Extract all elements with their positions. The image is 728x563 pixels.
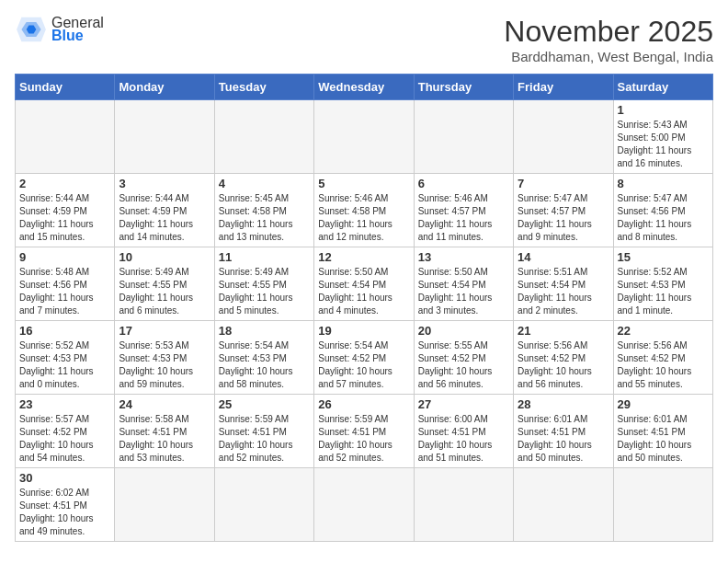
calendar-cell: 14Sunrise: 5:51 AM Sunset: 4:54 PM Dayli…: [514, 247, 613, 321]
calendar-cell: [514, 100, 613, 174]
day-number: 27: [418, 397, 509, 411]
calendar-cell: 24Sunrise: 5:58 AM Sunset: 4:51 PM Dayli…: [115, 395, 214, 468]
weekday-header-friday: Friday: [514, 75, 613, 100]
day-info: Sunrise: 5:45 AM Sunset: 4:58 PM Dayligh…: [219, 192, 310, 244]
day-info: Sunrise: 5:43 AM Sunset: 5:00 PM Dayligh…: [618, 119, 709, 170]
calendar-cell: 10Sunrise: 5:49 AM Sunset: 4:55 PM Dayli…: [115, 247, 214, 321]
logo: General Blue: [15, 15, 104, 44]
day-number: 18: [219, 324, 310, 338]
weekday-header-wednesday: Wednesday: [314, 75, 414, 100]
calendar-cell: [613, 468, 712, 542]
calendar-cell: [115, 100, 214, 174]
day-number: 29: [618, 397, 709, 411]
calendar-cell: [214, 468, 313, 542]
calendar-cell: 19Sunrise: 5:54 AM Sunset: 4:52 PM Dayli…: [314, 321, 414, 395]
logo-text: General Blue: [51, 15, 104, 44]
weekday-header-saturday: Saturday: [613, 75, 712, 100]
calendar-cell: 5Sunrise: 5:46 AM Sunset: 4:58 PM Daylig…: [314, 174, 414, 247]
day-number: 28: [518, 397, 609, 411]
calendar-cell: 1Sunrise: 5:43 AM Sunset: 5:00 PM Daylig…: [613, 100, 712, 174]
calendar-cell: 26Sunrise: 5:59 AM Sunset: 4:51 PM Dayli…: [314, 395, 414, 468]
day-info: Sunrise: 6:02 AM Sunset: 4:51 PM Dayligh…: [19, 487, 110, 538]
day-number: 17: [119, 324, 210, 338]
day-number: 6: [418, 177, 509, 190]
calendar-week-row: 1Sunrise: 5:43 AM Sunset: 5:00 PM Daylig…: [16, 100, 713, 174]
day-info: Sunrise: 5:47 AM Sunset: 4:57 PM Dayligh…: [518, 192, 609, 244]
day-info: Sunrise: 5:58 AM Sunset: 4:51 PM Dayligh…: [119, 413, 210, 465]
calendar-cell: 30Sunrise: 6:02 AM Sunset: 4:51 PM Dayli…: [16, 468, 115, 542]
day-number: 5: [318, 177, 409, 190]
calendar-cell: 23Sunrise: 5:57 AM Sunset: 4:52 PM Dayli…: [16, 395, 115, 468]
calendar-cell: 29Sunrise: 6:01 AM Sunset: 4:51 PM Dayli…: [613, 395, 712, 468]
day-info: Sunrise: 5:53 AM Sunset: 4:53 PM Dayligh…: [119, 339, 210, 391]
day-info: Sunrise: 5:57 AM Sunset: 4:52 PM Dayligh…: [19, 413, 110, 465]
day-number: 20: [418, 324, 509, 338]
day-number: 3: [119, 177, 210, 190]
weekday-header-row: SundayMondayTuesdayWednesdayThursdayFrid…: [16, 75, 713, 100]
day-info: Sunrise: 5:55 AM Sunset: 4:52 PM Dayligh…: [418, 339, 509, 391]
calendar-title: November 2025: [504, 15, 713, 49]
calendar-cell: 15Sunrise: 5:52 AM Sunset: 4:53 PM Dayli…: [613, 247, 712, 321]
weekday-header-thursday: Thursday: [414, 75, 513, 100]
day-info: Sunrise: 5:54 AM Sunset: 4:52 PM Dayligh…: [318, 339, 409, 391]
calendar-cell: [115, 468, 214, 542]
calendar-cell: 12Sunrise: 5:50 AM Sunset: 4:54 PM Dayli…: [314, 247, 414, 321]
calendar-cell: 4Sunrise: 5:45 AM Sunset: 4:58 PM Daylig…: [214, 174, 313, 247]
logo-icon: [15, 16, 48, 43]
calendar-week-row: 9Sunrise: 5:48 AM Sunset: 4:56 PM Daylig…: [16, 247, 713, 321]
page-header: General Blue November 2025 Barddhaman, W…: [15, 15, 713, 64]
calendar-cell: [414, 468, 513, 542]
day-number: 23: [19, 397, 110, 411]
calendar-week-row: 16Sunrise: 5:52 AM Sunset: 4:53 PM Dayli…: [16, 321, 713, 395]
day-number: 21: [518, 324, 609, 338]
day-number: 30: [19, 471, 110, 485]
day-number: 4: [219, 177, 310, 190]
day-number: 13: [418, 250, 509, 264]
calendar-cell: 17Sunrise: 5:53 AM Sunset: 4:53 PM Dayli…: [115, 321, 214, 395]
calendar-week-row: 30Sunrise: 6:02 AM Sunset: 4:51 PM Dayli…: [16, 468, 713, 542]
day-number: 15: [618, 250, 709, 264]
calendar-cell: 25Sunrise: 5:59 AM Sunset: 4:51 PM Dayli…: [214, 395, 313, 468]
calendar-table: SundayMondayTuesdayWednesdayThursdayFrid…: [15, 74, 713, 542]
calendar-cell: 20Sunrise: 5:55 AM Sunset: 4:52 PM Dayli…: [414, 321, 513, 395]
day-number: 14: [518, 250, 609, 264]
calendar-cell: 11Sunrise: 5:49 AM Sunset: 4:55 PM Dayli…: [214, 247, 313, 321]
day-number: 2: [19, 177, 110, 190]
title-block: November 2025 Barddhaman, West Bengal, I…: [504, 15, 713, 64]
calendar-cell: 18Sunrise: 5:54 AM Sunset: 4:53 PM Dayli…: [214, 321, 313, 395]
day-info: Sunrise: 5:59 AM Sunset: 4:51 PM Dayligh…: [318, 413, 409, 465]
day-info: Sunrise: 5:44 AM Sunset: 4:59 PM Dayligh…: [19, 192, 110, 244]
weekday-header-sunday: Sunday: [16, 75, 115, 100]
day-info: Sunrise: 5:46 AM Sunset: 4:57 PM Dayligh…: [418, 192, 509, 244]
calendar-cell: [414, 100, 513, 174]
calendar-cell: 16Sunrise: 5:52 AM Sunset: 4:53 PM Dayli…: [16, 321, 115, 395]
calendar-cell: 6Sunrise: 5:46 AM Sunset: 4:57 PM Daylig…: [414, 174, 513, 247]
day-number: 12: [318, 250, 409, 264]
calendar-cell: [314, 100, 414, 174]
day-info: Sunrise: 5:46 AM Sunset: 4:58 PM Dayligh…: [318, 192, 409, 244]
day-number: 9: [19, 250, 110, 264]
day-number: 16: [19, 324, 110, 338]
day-info: Sunrise: 5:56 AM Sunset: 4:52 PM Dayligh…: [618, 339, 709, 391]
day-info: Sunrise: 5:52 AM Sunset: 4:53 PM Dayligh…: [618, 266, 709, 317]
calendar-cell: [514, 468, 613, 542]
day-info: Sunrise: 5:49 AM Sunset: 4:55 PM Dayligh…: [119, 266, 210, 317]
calendar-week-row: 23Sunrise: 5:57 AM Sunset: 4:52 PM Dayli…: [16, 395, 713, 468]
day-info: Sunrise: 5:47 AM Sunset: 4:56 PM Dayligh…: [618, 192, 709, 244]
day-info: Sunrise: 5:56 AM Sunset: 4:52 PM Dayligh…: [518, 339, 609, 391]
day-number: 7: [518, 177, 609, 190]
calendar-cell: 2Sunrise: 5:44 AM Sunset: 4:59 PM Daylig…: [16, 174, 115, 247]
calendar-cell: 22Sunrise: 5:56 AM Sunset: 4:52 PM Dayli…: [613, 321, 712, 395]
day-info: Sunrise: 5:50 AM Sunset: 4:54 PM Dayligh…: [418, 266, 509, 317]
calendar-cell: 3Sunrise: 5:44 AM Sunset: 4:59 PM Daylig…: [115, 174, 214, 247]
day-number: 26: [318, 397, 409, 411]
weekday-header-monday: Monday: [115, 75, 214, 100]
day-number: 19: [318, 324, 409, 338]
calendar-cell: 27Sunrise: 6:00 AM Sunset: 4:51 PM Dayli…: [414, 395, 513, 468]
day-number: 10: [119, 250, 210, 264]
day-number: 24: [119, 397, 210, 411]
calendar-cell: [314, 468, 414, 542]
day-info: Sunrise: 5:49 AM Sunset: 4:55 PM Dayligh…: [219, 266, 310, 317]
weekday-header-tuesday: Tuesday: [214, 75, 313, 100]
calendar-cell: 21Sunrise: 5:56 AM Sunset: 4:52 PM Dayli…: [514, 321, 613, 395]
